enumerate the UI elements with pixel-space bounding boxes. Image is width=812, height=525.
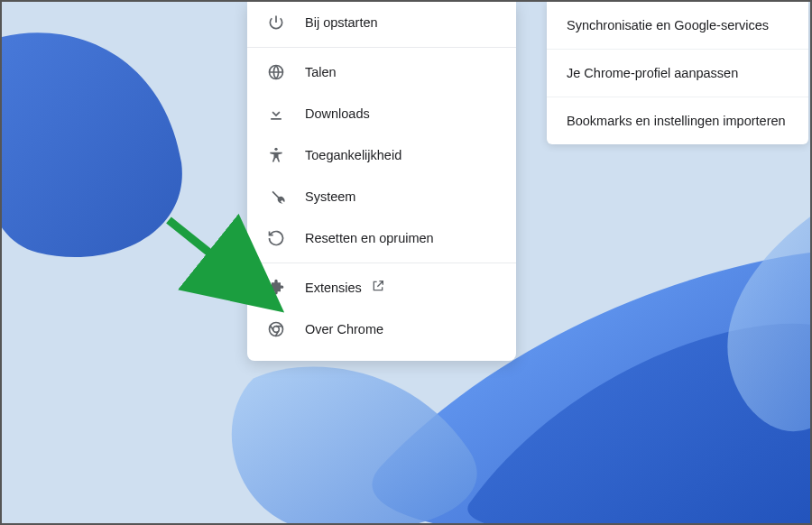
sidebar-item-languages[interactable]: Talen	[247, 51, 516, 93]
sidebar-item-startup[interactable]: Bij opstarten	[247, 2, 516, 43]
sidebar-item-label: Extensies	[305, 281, 362, 295]
settings-submenu: Synchronisatie en Google-services Je Chr…	[547, 2, 808, 144]
sidebar-item-label: Over Chrome	[305, 322, 383, 336]
power-icon	[267, 14, 285, 32]
sidebar-item-system[interactable]: Systeem	[247, 176, 516, 217]
sidebar-item-label: Toegankelijkheid	[305, 148, 401, 162]
sidebar-item-about[interactable]: Over Chrome	[247, 309, 516, 350]
submenu-item-sync[interactable]: Synchronisatie en Google-services	[547, 2, 808, 50]
sidebar-item-label: Systeem	[305, 189, 355, 204]
submenu-item-label: Synchronisatie en Google-services	[567, 18, 769, 32]
submenu-item-label: Bookmarks en instellingen importeren	[567, 114, 786, 128]
sidebar-item-extensions[interactable]: Extensies	[247, 267, 516, 309]
sidebar-item-label: Talen	[305, 65, 337, 79]
sidebar-item-label: Resetten en opruimen	[305, 231, 434, 245]
divider	[247, 262, 516, 263]
settings-sidebar: Bij opstarten Talen Downloads Toegankeli…	[247, 2, 516, 361]
reset-icon	[267, 229, 285, 247]
submenu-item-label: Je Chrome-profiel aanpassen	[567, 66, 738, 80]
sidebar-item-label: Downloads	[305, 106, 370, 121]
submenu-item-profile[interactable]: Je Chrome-profiel aanpassen	[547, 50, 808, 97]
external-link-icon	[371, 279, 385, 297]
sidebar-item-downloads[interactable]: Downloads	[247, 93, 516, 134]
sidebar-item-label: Bij opstarten	[305, 15, 378, 30]
wrench-icon	[267, 188, 285, 206]
sidebar-item-reset[interactable]: Resetten en opruimen	[247, 217, 516, 259]
chrome-icon	[267, 320, 285, 338]
extension-icon	[267, 279, 285, 297]
accessibility-icon	[267, 146, 285, 164]
globe-icon	[267, 63, 285, 81]
sidebar-item-accessibility[interactable]: Toegankelijkheid	[247, 134, 516, 176]
svg-point-2	[274, 148, 277, 151]
download-icon	[267, 105, 285, 123]
submenu-item-import[interactable]: Bookmarks en instellingen importeren	[547, 97, 808, 144]
divider	[247, 47, 516, 48]
